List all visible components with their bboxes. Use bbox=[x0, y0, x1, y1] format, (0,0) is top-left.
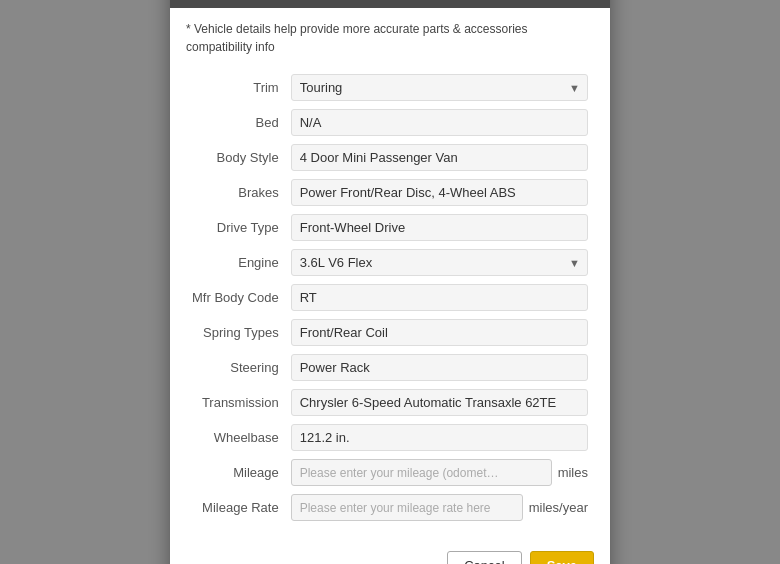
mileage-rate-input-wrap: miles/year bbox=[291, 494, 588, 521]
spring-types-value-cell: Front/Rear Coil bbox=[285, 315, 594, 350]
trim-select-wrap: Touring Base Limited S ▼ bbox=[291, 74, 588, 101]
wheelbase-value: 121.2 in. bbox=[291, 424, 588, 451]
wheelbase-value-cell: 121.2 in. bbox=[285, 420, 594, 455]
drive-type-label: Drive Type bbox=[186, 210, 285, 245]
trim-select[interactable]: Touring Base Limited S bbox=[291, 74, 588, 101]
mileage-input[interactable] bbox=[291, 459, 552, 486]
mileage-rate-row: Mileage Rate miles/year bbox=[186, 490, 594, 525]
drive-type-value: Front-Wheel Drive bbox=[291, 214, 588, 241]
mileage-rate-input[interactable] bbox=[291, 494, 523, 521]
steering-row: Steering Power Rack bbox=[186, 350, 594, 385]
steering-value: Power Rack bbox=[291, 354, 588, 381]
info-text: * Vehicle details help provide more accu… bbox=[186, 20, 594, 56]
bed-label: Bed bbox=[186, 105, 285, 140]
brakes-row: Brakes Power Front/Rear Disc, 4-Wheel AB… bbox=[186, 175, 594, 210]
modal-footer: Cancel Save bbox=[170, 541, 610, 564]
mileage-row: Mileage miles bbox=[186, 455, 594, 490]
mileage-unit: miles bbox=[558, 465, 588, 480]
bed-value-cell: N/A bbox=[285, 105, 594, 140]
mileage-value-cell: miles bbox=[285, 455, 594, 490]
brakes-label: Brakes bbox=[186, 175, 285, 210]
spring-types-row: Spring Types Front/Rear Coil bbox=[186, 315, 594, 350]
cancel-button[interactable]: Cancel bbox=[447, 551, 521, 564]
mileage-rate-value-cell: miles/year bbox=[285, 490, 594, 525]
engine-value-cell: 3.6L V6 Flex ▼ bbox=[285, 245, 594, 280]
spring-types-label: Spring Types bbox=[186, 315, 285, 350]
mileage-rate-unit: miles/year bbox=[529, 500, 588, 515]
mfr-body-code-value: RT bbox=[291, 284, 588, 311]
drive-type-value-cell: Front-Wheel Drive bbox=[285, 210, 594, 245]
engine-label: Engine bbox=[186, 245, 285, 280]
steering-label: Steering bbox=[186, 350, 285, 385]
body-style-row: Body Style 4 Door Mini Passenger Van bbox=[186, 140, 594, 175]
brakes-value: Power Front/Rear Disc, 4-Wheel ABS bbox=[291, 179, 588, 206]
transmission-label: Transmission bbox=[186, 385, 285, 420]
steering-value-cell: Power Rack bbox=[285, 350, 594, 385]
engine-row: Engine 3.6L V6 Flex ▼ bbox=[186, 245, 594, 280]
mileage-label: Mileage bbox=[186, 455, 285, 490]
mileage-rate-label: Mileage Rate bbox=[186, 490, 285, 525]
wheelbase-row: Wheelbase 121.2 in. bbox=[186, 420, 594, 455]
bed-value: N/A bbox=[291, 109, 588, 136]
spring-types-value: Front/Rear Coil bbox=[291, 319, 588, 346]
drive-type-row: Drive Type Front-Wheel Drive bbox=[186, 210, 594, 245]
brakes-value-cell: Power Front/Rear Disc, 4-Wheel ABS bbox=[285, 175, 594, 210]
mfr-body-code-label: Mfr Body Code bbox=[186, 280, 285, 315]
wheelbase-label: Wheelbase bbox=[186, 420, 285, 455]
engine-select-wrap: 3.6L V6 Flex ▼ bbox=[291, 249, 588, 276]
modal-header: 2014 Chrysler Town & Country details × bbox=[170, 0, 610, 8]
vehicle-details-modal: 2014 Chrysler Town & Country details × *… bbox=[170, 0, 610, 564]
trim-label: Trim bbox=[186, 70, 285, 105]
bed-row: Bed N/A bbox=[186, 105, 594, 140]
trim-row: Trim Touring Base Limited S ▼ bbox=[186, 70, 594, 105]
engine-select[interactable]: 3.6L V6 Flex bbox=[291, 249, 588, 276]
body-style-value-cell: 4 Door Mini Passenger Van bbox=[285, 140, 594, 175]
mileage-input-wrap: miles bbox=[291, 459, 588, 486]
save-button[interactable]: Save bbox=[530, 551, 594, 564]
body-style-label: Body Style bbox=[186, 140, 285, 175]
transmission-value: Chrysler 6-Speed Automatic Transaxle 62T… bbox=[291, 389, 588, 416]
trim-value-cell: Touring Base Limited S ▼ bbox=[285, 70, 594, 105]
vehicle-form: Trim Touring Base Limited S ▼ bbox=[186, 70, 594, 525]
body-style-value: 4 Door Mini Passenger Van bbox=[291, 144, 588, 171]
mfr-body-code-value-cell: RT bbox=[285, 280, 594, 315]
transmission-row: Transmission Chrysler 6-Speed Automatic … bbox=[186, 385, 594, 420]
mfr-body-code-row: Mfr Body Code RT bbox=[186, 280, 594, 315]
transmission-value-cell: Chrysler 6-Speed Automatic Transaxle 62T… bbox=[285, 385, 594, 420]
modal-body: * Vehicle details help provide more accu… bbox=[170, 8, 610, 541]
